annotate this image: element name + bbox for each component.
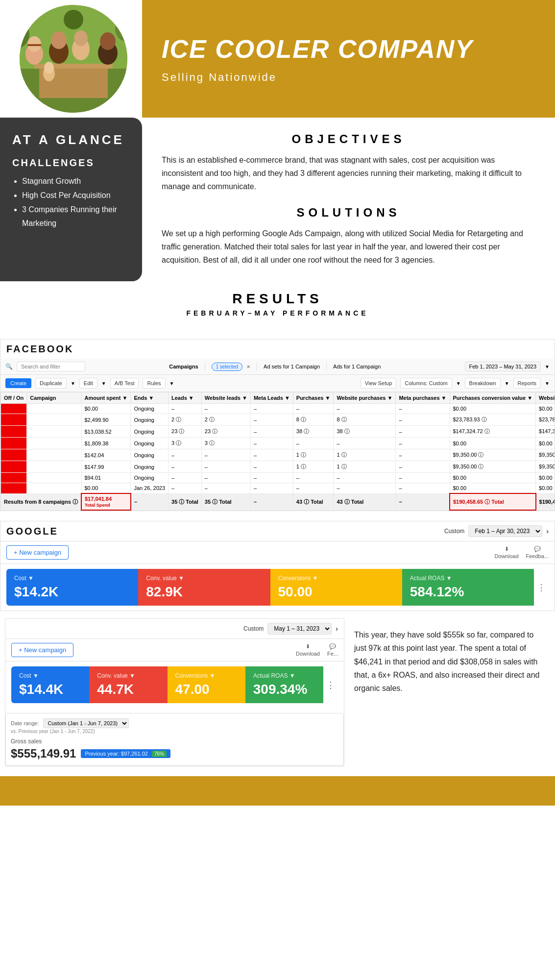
cell-wpurch-6: 1 ⓘ (334, 461, 396, 473)
footer-mpurch: – (396, 493, 450, 510)
th-purchases: Purchases ▼ (293, 392, 334, 404)
google2-date-select[interactable]: May 1 – 31, 2023 (267, 623, 332, 635)
challenges-list: Stagnant Growth High Cost Per Acquisitio… (12, 174, 130, 231)
cell-toggle-2[interactable] (1, 414, 27, 426)
cell-leads-1: – (169, 404, 202, 414)
cell-ends-1: Ongoing (131, 404, 169, 414)
cell-campaign-5 (27, 449, 81, 461)
fb-breakdown-btn[interactable]: Breakdown (465, 378, 501, 389)
challenge-item-1: Stagnant Growth (22, 174, 130, 189)
cell-leads-3: 23 ⓘ (169, 426, 202, 438)
cell-ends-3: Ongoing (131, 426, 169, 438)
solutions-body: We set up a high performing Google Ads C… (162, 227, 535, 267)
fb-view-setup-btn[interactable]: View Setup (361, 378, 396, 389)
fb-date-dropdown-icon[interactable]: ▼ (545, 364, 550, 369)
cell-campaign-6 (27, 461, 81, 473)
cell-ends-6: Ongoing (131, 461, 169, 473)
challenge-item-3: 3 Companies Running their Marketing (22, 203, 130, 231)
google-section-1: GOOGLE Custom Feb 1 – Apr 30, 2023 › + N… (0, 521, 555, 611)
cell-toggle-3[interactable] (1, 426, 27, 438)
cell-wleads-1: – (201, 404, 250, 414)
footer-wleads: 35 ⓘ Total (201, 493, 250, 510)
cell-leads-5: – (169, 449, 202, 461)
cell-cv-2: $23,783.93 ⓘ (450, 414, 536, 426)
new-campaign-btn-2[interactable]: + New campaign (11, 643, 73, 657)
prev-year-badge: Previous year: $97,261.02 76% (81, 749, 170, 758)
fb-row-3: $13,038.52 Ongoing 23 ⓘ 23 ⓘ – 38 ⓘ 38 ⓘ… (1, 426, 555, 438)
text-results-area: This year, they have sold $555k so far, … (344, 618, 550, 766)
fb-row-1: $0.00 Ongoing – – – – – – $0.00 $0.00 $0… (1, 404, 555, 414)
th-meta-leads: Meta Leads ▼ (250, 392, 293, 404)
google-section-2: Custom May 1 – 31, 2023 › + New campaign… (5, 618, 344, 766)
feedback-btn-2[interactable]: 💬 Fe... (327, 643, 338, 657)
cell-mpurch-8: – (396, 483, 450, 494)
feedback-icon-2: 💬 (329, 643, 336, 650)
google1-metric-cards: Cost ▼ $14.2K Conv. value ▼ 82.9K Conver… (0, 564, 555, 611)
results-heading: RESULTS (20, 291, 535, 307)
cell-leads-6: – (169, 461, 202, 473)
cell-cv-8: $0.00 (450, 483, 536, 494)
objectives-body: This is an established e-commerce brand,… (162, 153, 535, 194)
th-meta-purchases: Meta purchases ▼ (396, 392, 450, 404)
cell-purch-2: 8 ⓘ (293, 414, 334, 426)
cell-wleads-6: – (201, 461, 250, 473)
cell-leads-4: 3 ⓘ (169, 438, 202, 449)
solutions-heading: SOLUTIONS (162, 206, 535, 220)
fb-toolbar-top: 🔍 Campaigns 1 selected ✕ Ad sets for 1 C… (0, 359, 555, 375)
cell-mleads-5: – (250, 449, 293, 461)
metric-label-cost-1: Cost ▼ (14, 575, 130, 582)
fb-row-5: $142.04 Ongoing – – – 1 ⓘ 1 ⓘ – $9,350.0… (1, 449, 555, 461)
cell-toggle-5[interactable] (1, 449, 27, 461)
sales-date-select[interactable]: Custom (Jan 1 - Jun 7, 2023) (43, 718, 129, 728)
cell-campaign-3 (27, 426, 81, 438)
fb-duplicate-btn[interactable]: Duplicate (35, 378, 67, 389)
download-btn-1[interactable]: ⬇ Download (495, 546, 519, 559)
fb-edit-btn[interactable]: Edit (79, 378, 97, 389)
cell-spend-2: $2,499.90 (81, 414, 131, 426)
cell-wleads-4: 3 ⓘ (201, 438, 250, 449)
fb-toolbar-actions: Create Duplicate ▼ Edit ▼ A/B Test Rules… (0, 375, 555, 392)
metric-more-icon-1[interactable]: ⋮ (534, 569, 549, 606)
fb-ab-btn[interactable]: A/B Test (110, 378, 139, 389)
metric-more-icon-2[interactable]: ⋮ (323, 666, 338, 703)
sales-date-label: Date range: Custom (Jan 1 - Jun 7, 2023)… (11, 718, 338, 734)
th-website-leads: Website leads ▼ (201, 392, 250, 404)
cell-mleads-6: – (250, 461, 293, 473)
fb-rules-btn[interactable]: Rules (143, 378, 165, 389)
cell-ends-2: Ongoing (131, 414, 169, 426)
fb-columns-btn[interactable]: Columns: Custom (400, 378, 452, 389)
google1-date-select[interactable]: Feb 1 – Apr 30, 2023 (468, 525, 542, 537)
th-ends: Ends ▼ (131, 392, 169, 404)
google2-metric-cards: Cost ▼ $14.4K Conv. value ▼ 44.7K Conver… (5, 662, 344, 708)
header-section: ICE COOLER COMPANY Selling Nationwide (0, 0, 555, 118)
new-campaign-btn-1[interactable]: + New campaign (6, 545, 69, 560)
cell-toggle-1[interactable] (1, 404, 27, 414)
fb-dropdown-icon[interactable]: ▼ (71, 381, 75, 386)
cell-mleads-7: – (250, 473, 293, 483)
cell-spend-3: $13,038.52 (81, 426, 131, 438)
cell-wcv-8: $0.00 (536, 483, 555, 494)
metric-card-conversions-2: Conversions ▼ 47.00 (168, 666, 245, 703)
fb-reports-btn[interactable]: Reports (513, 378, 541, 389)
google1-nav-arrow[interactable]: › (546, 527, 549, 535)
cell-mleads-3: – (250, 426, 293, 438)
cell-toggle-6[interactable] (1, 461, 27, 473)
content-right: OBJECTIVES This is an established e-comm… (142, 118, 555, 281)
cell-toggle-4[interactable] (1, 438, 27, 449)
metric-value-roas-2: 309.34% (253, 682, 315, 697)
metric-label-convvalue-2: Conv. value ▼ (97, 672, 159, 679)
cell-wcv-2: $23,783.93 ⓘ (536, 414, 555, 426)
cell-spend-8: $0.00 (81, 483, 131, 494)
cell-toggle-8[interactable] (1, 483, 27, 494)
metric-value-conversions-2: 47.00 (175, 682, 238, 697)
fb-create-btn[interactable]: Create (5, 378, 31, 388)
cell-toggle-7[interactable] (1, 473, 27, 483)
google2-nav-arrow[interactable]: › (336, 625, 338, 633)
cell-campaign-2 (27, 414, 81, 426)
cell-wpurch-7: – (334, 473, 396, 483)
fb-search-input[interactable] (17, 362, 85, 371)
gross-sales-label: Gross sales (11, 738, 338, 745)
footer-wcv: $190,458.65 ⓘ Total (536, 493, 555, 510)
download-btn-2[interactable]: ⬇ Download (296, 643, 320, 657)
feedback-btn-1[interactable]: 💬 Feedba... (526, 546, 549, 559)
